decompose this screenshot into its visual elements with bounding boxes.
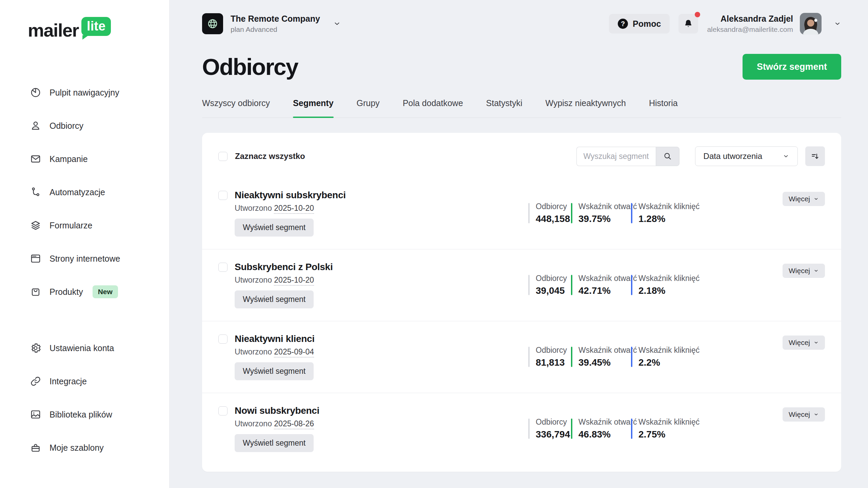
sidebar-item-file-library[interactable]: Biblioteka plików	[0, 398, 169, 431]
tab-segments[interactable]: Segmenty	[293, 98, 333, 118]
sidebar-item-forms[interactable]: Formularze	[0, 209, 169, 242]
page-header: Odbiorcy Stwórz segment	[202, 54, 841, 80]
sidebar-item-my-templates[interactable]: Moje szablony	[0, 431, 169, 464]
sidebar-item-automations[interactable]: Automatyzacje	[0, 176, 169, 209]
create-segment-button[interactable]: Stwórz segment	[743, 54, 841, 80]
more-button[interactable]: Więcej	[783, 192, 825, 206]
tab-custom-fields[interactable]: Pola dodatkowe	[403, 98, 463, 118]
chevron-down-icon	[813, 340, 819, 345]
segment-created: Utworzono 2025-09-04	[235, 347, 315, 357]
chevron-down-icon	[813, 268, 819, 273]
account-switcher[interactable]: The Remote Company plan Advanced	[202, 13, 341, 34]
top-right-cluster: ? Pomoc Aleksandra Zadjel aleksandra@mai…	[609, 13, 841, 35]
user-name: Aleksandra Zadjel	[707, 14, 793, 24]
file-library-icon	[30, 409, 41, 420]
click-rate-value: 1.28%	[638, 214, 699, 224]
click-rate-label: Wskaźnik kliknięć	[638, 418, 699, 427]
sidebar-item-label: Formularze	[50, 221, 92, 230]
view-segment-button[interactable]: Wyświetl segment	[235, 362, 314, 380]
segment-created-date: 2025-09-04	[274, 347, 314, 358]
sidebar-item-label: Kampanie	[50, 154, 88, 164]
question-icon: ?	[618, 19, 628, 29]
new-badge: New	[93, 285, 118, 298]
integrations-icon	[30, 375, 41, 387]
segment-name[interactable]: Nowi subskrybenci	[235, 405, 319, 416]
segment-stats: Odbiorcy81,813 Wskaźnik otwarć39.45% Wsk…	[528, 346, 699, 368]
subscribers-value: 81,813	[536, 357, 571, 368]
subscribers-tabs: Wszyscy odbiorcy Segmenty Grupy Pola dod…	[202, 98, 841, 118]
click-rate-label: Wskaźnik kliknięć	[638, 274, 699, 283]
row-checkbox[interactable]	[218, 191, 228, 200]
row-checkbox[interactable]	[218, 334, 228, 344]
segment-created: Utworzono 2025-08-26	[235, 419, 319, 428]
toolbar-controls: Data utworzenia	[576, 146, 825, 166]
more-button[interactable]: Więcej	[783, 264, 825, 278]
sort-by-value: Data utworzenia	[704, 151, 762, 161]
more-button[interactable]: Więcej	[783, 336, 825, 350]
open-rate-value: 39.45%	[578, 357, 631, 368]
search-input[interactable]	[576, 147, 656, 166]
sidebar-item-label: Produkty	[50, 287, 83, 297]
view-segment-button[interactable]: Wyświetl segment	[235, 290, 314, 308]
search-icon	[663, 152, 672, 161]
mailerlite-logo[interactable]: mailer lite	[28, 21, 169, 39]
tab-all-subscribers[interactable]: Wszyscy odbiorcy	[202, 98, 270, 118]
tab-clean-inactive[interactable]: Wypisz nieaktywnych	[546, 98, 626, 118]
sidebar-item-dashboard[interactable]: Pulpit nawigacyjny	[0, 76, 169, 109]
chevron-down-icon	[813, 412, 819, 417]
segment-name[interactable]: Nieaktywni klienci	[235, 333, 315, 344]
products-icon	[30, 286, 41, 298]
view-segment-button[interactable]: Wyświetl segment	[235, 434, 314, 452]
tab-groups[interactable]: Grupy	[357, 98, 380, 118]
sort-by-select[interactable]: Data utworzenia	[695, 146, 798, 166]
sidebar-item-campaigns[interactable]: Kampanie	[0, 142, 169, 176]
segment-created-date: 2025-10-20	[274, 204, 314, 214]
bell-icon	[683, 19, 693, 29]
sidebar-item-websites[interactable]: Strony internetowe	[0, 242, 169, 275]
sidebar-item-label: Strony internetowe	[50, 254, 120, 264]
sidebar-item-integrations[interactable]: Integracje	[0, 365, 169, 398]
help-button[interactable]: ? Pomoc	[609, 14, 670, 34]
click-rate-value: 2.2%	[638, 357, 699, 368]
dashboard-icon	[30, 87, 41, 98]
templates-icon	[30, 442, 41, 453]
settings-icon	[30, 342, 41, 354]
sidebar-item-label: Automatyzacje	[50, 187, 105, 197]
sidebar-item-products[interactable]: Produkty New	[0, 275, 169, 308]
globe-icon	[206, 18, 219, 30]
open-rate-label: Wskaźnik otwarć	[578, 202, 631, 211]
search-button[interactable]	[656, 147, 679, 166]
notifications-button[interactable]	[678, 14, 698, 34]
segment-row: Nieaktywni klienci Utworzono 2025-09-04 …	[202, 321, 841, 393]
company-name: The Remote Company	[231, 14, 320, 24]
select-all[interactable]: Zaznacz wszystko	[218, 151, 305, 161]
segment-name[interactable]: Nieaktywni subskrybenci	[235, 190, 346, 201]
sidebar-item-account-settings[interactable]: Ustawienia konta	[0, 331, 169, 365]
segment-name[interactable]: Subskrybenci z Polski	[235, 262, 333, 272]
sort-direction-button[interactable]	[805, 146, 825, 166]
open-rate-value: 46.83%	[578, 429, 631, 440]
sidebar-item-subscribers[interactable]: Odbiorcy	[0, 109, 169, 142]
websites-icon	[30, 253, 41, 264]
open-rate-value: 39.75%	[578, 214, 631, 224]
select-all-checkbox[interactable]	[218, 152, 228, 161]
tab-history[interactable]: Historia	[649, 98, 678, 118]
open-rate-value: 42.71%	[578, 285, 631, 296]
tab-stats[interactable]: Statystyki	[486, 98, 522, 118]
page-title: Odbiorcy	[202, 54, 298, 80]
row-checkbox[interactable]	[218, 263, 228, 272]
subscribers-label: Odbiorcy	[536, 202, 571, 211]
more-button[interactable]: Więcej	[783, 407, 825, 422]
user-email: aleksandra@mailerlite.com	[707, 25, 793, 34]
segment-stats: Odbiorcy336,794 Wskaźnik otwarć46.83% Ws…	[528, 418, 699, 440]
sidebar-nav: Pulpit nawigacyjny Odbiorcy Kampanie Aut…	[0, 76, 169, 464]
automations-icon	[30, 186, 41, 198]
row-checkbox[interactable]	[218, 406, 228, 415]
segment-search	[576, 147, 679, 166]
logo-text: mailer	[28, 21, 79, 39]
subscribers-icon	[30, 120, 41, 131]
segment-created-date: 2025-10-20	[274, 276, 314, 286]
view-segment-button[interactable]: Wyświetl segment	[235, 219, 314, 237]
chevron-down-icon	[783, 153, 789, 160]
user-menu[interactable]: Aleksandra Zadjel aleksandra@mailerlite.…	[707, 13, 841, 35]
